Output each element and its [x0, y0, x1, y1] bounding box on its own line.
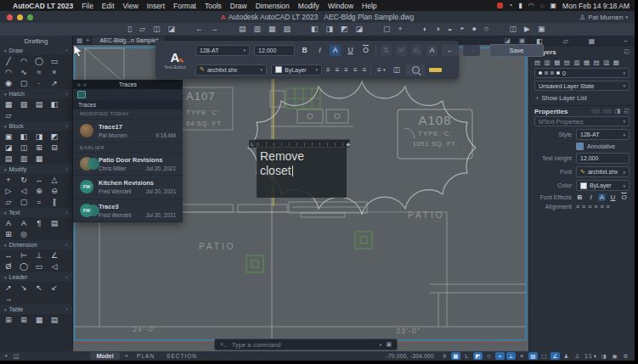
- text-tool-icon[interactable]: ⊞: [3, 229, 14, 239]
- text-tool-icon[interactable]: ▤: [48, 218, 60, 228]
- modify-tool-icon[interactable]: ↔: [33, 175, 45, 185]
- status-toggle-icon[interactable]: ▨: [528, 352, 538, 360]
- status-toggle-icon[interactable]: ⚙: [621, 352, 630, 360]
- style-dropdown[interactable]: 128-AT▾: [576, 129, 630, 140]
- annotative-text-button[interactable]: A: [598, 193, 606, 201]
- menu-item[interactable]: Dimension: [256, 2, 290, 10]
- bold-button[interactable]: B: [299, 45, 310, 56]
- text-tool-icon[interactable]: ◎: [18, 229, 30, 239]
- section-leader[interactable]: ▾Leader: [0, 272, 72, 282]
- plot-tool-icon[interactable]: ▤: [239, 25, 246, 33]
- control-center-icon[interactable]: ▣: [550, 2, 557, 9]
- color-dropdown[interactable]: ByLayer▾: [576, 180, 630, 191]
- trace-list-item[interactable]: Trace17 Pat Murnen9:18 AM: [73, 120, 183, 143]
- draw-tool-icon[interactable]: ▭: [48, 56, 60, 66]
- utility-tool-icon[interactable]: ●: [472, 25, 477, 33]
- status-toggle-icon[interactable]: ▦: [451, 352, 460, 360]
- modify-tool-icon[interactable]: =: [33, 197, 45, 207]
- draw-tool-icon[interactable]: ×: [48, 67, 60, 77]
- new-layout-button[interactable]: +: [125, 352, 128, 360]
- properties-icon-b[interactable]: ◱: [624, 108, 630, 115]
- file-tool-icon[interactable]: ▯: [127, 25, 132, 33]
- layer-tool-icon[interactable]: ▤: [594, 59, 600, 66]
- modify-tool-icon[interactable]: ▱: [3, 197, 14, 207]
- view-tool-icon[interactable]: ◧: [311, 25, 319, 33]
- save-button[interactable]: Save: [489, 44, 544, 57]
- ruler-width-handle[interactable]: ◆: [346, 141, 350, 147]
- menu-item[interactable]: Format: [173, 2, 196, 10]
- justify-button[interactable]: ≡: [344, 66, 348, 74]
- modify-tool-icon[interactable]: ↻: [18, 175, 30, 185]
- current-layer-dropdown[interactable]: 0 ▾: [534, 68, 630, 78]
- command-input[interactable]: Type a command: [232, 341, 281, 349]
- undo-redo-icon[interactable]: →: [211, 25, 218, 33]
- text-tool-icon[interactable]: A: [18, 218, 30, 228]
- status-toggle-icon[interactable]: ≈: [495, 352, 505, 360]
- text-style-dropdown[interactable]: 128-AT▾: [195, 45, 250, 56]
- menu-item[interactable]: Edit: [102, 2, 115, 10]
- utility-tool-icon[interactable]: ◒: [448, 25, 452, 33]
- quick-select-button[interactable]: [591, 109, 600, 114]
- status-toggle-icon[interactable]: ▣: [610, 352, 619, 360]
- menu-clock[interactable]: Mon Feb 14 9:18 AM: [562, 2, 630, 10]
- layers-panel-icon[interactable]: ◱: [624, 48, 630, 55]
- draw-tool-icon[interactable]: ≈: [33, 67, 45, 77]
- overline-button[interactable]: O: [620, 193, 628, 201]
- file-tool-icon[interactable]: ▱: [139, 25, 145, 33]
- draw-tool-icon[interactable]: ◠: [18, 56, 30, 66]
- columns-button[interactable]: ◫: [391, 64, 402, 76]
- modify-tool-icon[interactable]: ⊕: [33, 186, 45, 196]
- panel-menu-icon[interactable]: −: [624, 37, 628, 45]
- alignment-button[interactable]: ≡: [594, 204, 597, 210]
- draw-tool-icon[interactable]: ·: [33, 78, 45, 88]
- status-toggle-icon[interactable]: ◨: [599, 352, 608, 360]
- active-drawing-tab[interactable]: AEC-Bldg...n Sample*: [93, 36, 165, 44]
- annotative-button[interactable]: A: [330, 45, 341, 56]
- layer-tool-icon[interactable]: ▥: [603, 59, 609, 66]
- alignment-button[interactable]: ≡: [576, 204, 579, 210]
- italic-button[interactable]: I: [314, 45, 325, 56]
- share-tool-icon[interactable]: ▶: [524, 25, 530, 33]
- layout-tab-plan[interactable]: PLAN: [133, 353, 158, 359]
- block-tool-icon[interactable]: ◩: [48, 132, 60, 142]
- text-height-field[interactable]: 12.000: [576, 153, 630, 164]
- plot-tool-icon[interactable]: ▥: [253, 25, 261, 33]
- menu-item[interactable]: Modify: [298, 2, 319, 10]
- alignment-button[interactable]: ≡: [582, 204, 585, 210]
- stack-button[interactable]: ⇅: [381, 45, 392, 56]
- menu-item[interactable]: Insert: [147, 2, 165, 10]
- status-toggle-icon[interactable]: ≡: [517, 352, 527, 360]
- share-tool-icon[interactable]: ◫: [509, 25, 517, 33]
- dimension-tool-icon[interactable]: ◯: [18, 261, 30, 272]
- superscript-button[interactable]: x²: [396, 45, 407, 56]
- alignment-button[interactable]: ≡: [588, 204, 591, 210]
- view-tool-icon[interactable]: ◩: [341, 25, 348, 33]
- hatch-tool-icon[interactable]: ▦: [3, 99, 14, 109]
- modify-tool-icon[interactable]: ▷: [3, 186, 14, 196]
- status-toggle-icon[interactable]: #: [440, 352, 449, 360]
- model-tab[interactable]: Model: [90, 352, 119, 360]
- select-tool-icon[interactable]: ▢: [383, 25, 391, 33]
- layer-tool-icon[interactable]: ▦: [554, 59, 560, 66]
- text-tool-icon[interactable]: ¶: [33, 218, 45, 228]
- justify-button[interactable]: ≡: [363, 66, 367, 74]
- text-height-field[interactable]: 12.000: [254, 45, 295, 56]
- status-toggle-icon[interactable]: ◩: [473, 352, 483, 360]
- layer-tool-icon[interactable]: ▥: [545, 59, 550, 66]
- traces-title-bar[interactable]: Traces: [73, 80, 183, 89]
- status-toggle-icon[interactable]: ▢: [539, 352, 549, 360]
- section-text[interactable]: ▾Text: [0, 208, 72, 217]
- section-hatch[interactable]: ▾Hatch: [0, 89, 72, 98]
- draw-tool-icon[interactable]: ◉: [3, 78, 14, 88]
- new-drawing-tab-button[interactable]: +: [86, 36, 89, 44]
- annotative-checkbox[interactable]: [576, 143, 584, 150]
- section-dimension[interactable]: ▾Dimension: [0, 240, 72, 249]
- hatch-tool-icon[interactable]: ◧: [48, 99, 60, 109]
- mtext-ruler[interactable]: L ◆: [255, 139, 350, 148]
- hatch-tool-icon[interactable]: ▱: [3, 110, 14, 120]
- block-tool-icon[interactable]: ◧: [18, 132, 30, 142]
- font-dropdown[interactable]: ✎architxt.shx▾: [195, 64, 267, 76]
- show-layer-list-link[interactable]: › Show Layer List: [529, 93, 635, 103]
- palette-panel-icon[interactable]: ◫: [13, 352, 19, 360]
- hatch-tool-icon[interactable]: ▤: [33, 99, 45, 109]
